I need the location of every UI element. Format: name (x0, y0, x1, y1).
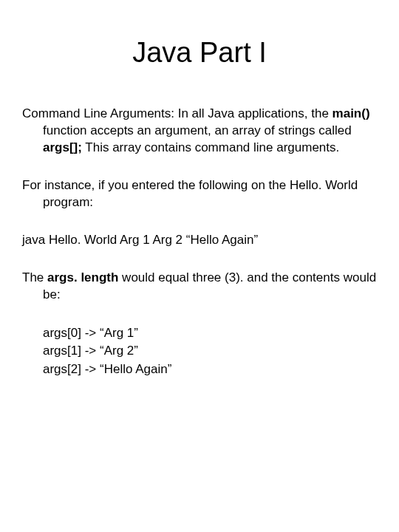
text: The (22, 270, 47, 284)
paragraph-cli-args: Command Line Arguments: In all Java appl… (22, 106, 377, 157)
text: This array contains command line argumen… (82, 140, 339, 154)
slide-title: Java Part I (22, 37, 377, 69)
args-decl: args[]; (43, 140, 82, 154)
paragraph-command-example: java Hello. World Arg 1 Arg 2 “Hello Aga… (22, 232, 377, 249)
args-list-item: args[1] -> “Arg 2” (43, 342, 377, 361)
args-list-item: args[0] -> “Arg 1” (43, 324, 377, 343)
lead-text: Command Line Arguments: (22, 106, 174, 120)
text: function accepts an argument, an array o… (43, 123, 352, 137)
text: In all Java applications, the (174, 106, 332, 120)
args-length: args. length (47, 270, 118, 284)
args-list: args[0] -> “Arg 1” args[1] -> “Arg 2” ar… (22, 324, 377, 379)
args-list-item: args[2] -> “Hello Again” (43, 361, 377, 379)
main-fn: main() (332, 106, 370, 120)
paragraph-example-intro: For instance, if you entered the followi… (22, 177, 377, 211)
paragraph-args-length: The args. length would equal three (3). … (22, 270, 377, 304)
